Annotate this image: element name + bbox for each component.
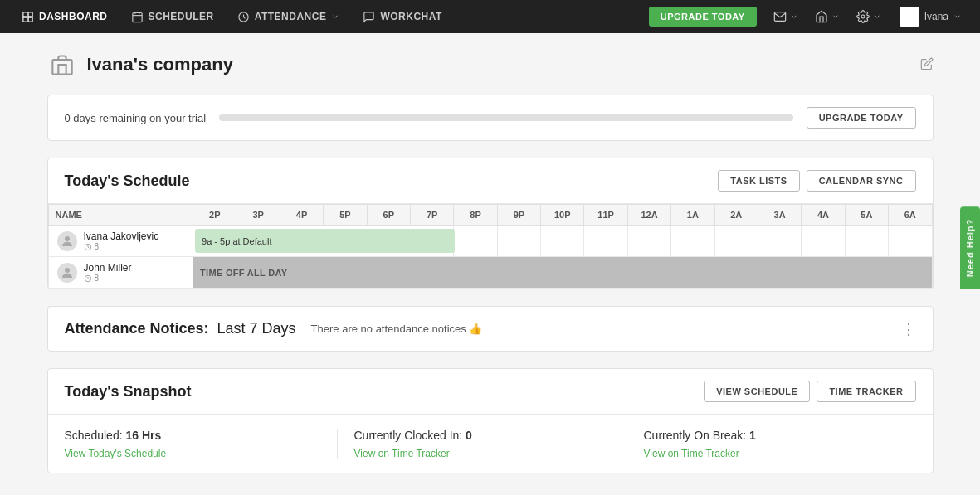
- snapshot-item-scheduled: Scheduled: 16 Hrs View Today's Schedule: [65, 429, 338, 459]
- clocked-in-stat: Currently Clocked In: 0: [354, 429, 610, 442]
- nav-attendance[interactable]: ATTENDANCE: [226, 0, 352, 33]
- shift-cell: 9a - 5p at Default: [193, 226, 454, 257]
- shift-block: 9a - 5p at Default: [195, 229, 455, 253]
- col-3p: 3P: [236, 205, 280, 226]
- company-icon: [47, 50, 77, 80]
- empty-cell: [714, 226, 758, 257]
- empty-cell: [758, 226, 801, 257]
- snapshot-header: Today's Snapshot VIEW SCHEDULE TIME TRAC…: [48, 369, 933, 415]
- snapshot-item-clocked-in: Currently Clocked In: 0 View on Time Tra…: [338, 429, 627, 459]
- svg-point-9: [861, 15, 865, 18]
- view-schedule-link[interactable]: View Today's Schedule: [65, 448, 167, 459]
- employee-meta: 8: [84, 274, 132, 283]
- edit-company-button[interactable]: [920, 57, 934, 73]
- col-name: NAME: [48, 205, 193, 226]
- employee-name: John Miller: [84, 262, 132, 274]
- svg-rect-10: [52, 60, 71, 75]
- col-5p: 5P: [324, 205, 367, 226]
- col-4a: 4A: [802, 205, 845, 226]
- attendance-notice: There are no attendance notices 👍: [311, 323, 483, 335]
- nav-dashboard[interactable]: DASHBOARD: [10, 0, 119, 33]
- main-content: Ivana's company 0 days remaining on your…: [34, 33, 947, 495]
- schedule-table-scroll[interactable]: NAME 2P 3P 4P 5P 6P 7P 8P 9P 10P 11P 12A…: [48, 204, 933, 289]
- col-8p: 8P: [454, 205, 497, 226]
- empty-cell: [627, 226, 670, 257]
- store-button[interactable]: [808, 0, 846, 33]
- col-11p: 11P: [584, 205, 627, 226]
- on-break-link[interactable]: View on Time Tracker: [644, 448, 739, 459]
- svg-point-11: [65, 236, 70, 241]
- snapshot-stats: Scheduled: 16 Hrs View Today's Schedule …: [48, 415, 933, 473]
- trial-text: 0 days remaining on your trial: [65, 112, 207, 124]
- employee-name: Ivana Jakovljevic: [84, 231, 159, 242]
- table-row: John Miller 8 TIME OFF ALL DAY: [48, 257, 932, 289]
- col-4p: 4P: [280, 205, 323, 226]
- col-3a: 3A: [758, 205, 801, 226]
- empty-cell: [541, 226, 584, 257]
- time-tracker-button[interactable]: TIME TRACKER: [817, 381, 915, 402]
- employee-meta: 8: [84, 242, 159, 251]
- empty-cell: [497, 226, 540, 257]
- col-7p: 7P: [410, 205, 453, 226]
- col-9p: 9P: [497, 205, 540, 226]
- snapshot-card: Today's Snapshot VIEW SCHEDULE TIME TRAC…: [47, 368, 934, 473]
- col-6p: 6P: [367, 205, 410, 226]
- task-lists-button[interactable]: TASK LISTS: [718, 170, 799, 192]
- trial-progress-inner: [219, 114, 793, 121]
- user-avatar: [900, 7, 919, 27]
- schedule-table: NAME 2P 3P 4P 5P 6P 7P 8P 9P 10P 11P 12A…: [48, 204, 933, 289]
- attendance-card: Attendance Notices: Last 7 Days There ar…: [47, 306, 934, 352]
- need-help-button[interactable]: Need Help?: [960, 206, 980, 289]
- snapshot-title: Today's Snapshot: [65, 383, 192, 400]
- snapshot-actions: VIEW SCHEDULE TIME TRACKER: [704, 381, 915, 402]
- attendance-subtitle: Last 7 Days: [217, 320, 296, 337]
- schedule-title: Today's Schedule: [65, 172, 190, 190]
- empty-cell: [454, 226, 497, 257]
- svg-point-13: [65, 268, 70, 273]
- attendance-more-button[interactable]: ⋮: [901, 322, 916, 337]
- empty-cell: [802, 226, 845, 257]
- messages-button[interactable]: [767, 0, 805, 33]
- clocked-in-link[interactable]: View on Time Tracker: [354, 448, 450, 459]
- scheduled-stat: Scheduled: 16 Hrs: [65, 429, 320, 442]
- svg-rect-4: [132, 12, 141, 22]
- table-row: Ivana Jakovljevic 8 9a - 5p at Default: [48, 226, 932, 257]
- attendance-title: Attendance Notices:: [65, 320, 209, 337]
- col-6a: 6A: [889, 205, 932, 226]
- schedule-card-header: Today's Schedule TASK LISTS CALENDAR SYN…: [48, 158, 933, 204]
- schedule-card: Today's Schedule TASK LISTS CALENDAR SYN…: [47, 158, 934, 289]
- company-name: Ivana's company: [87, 54, 233, 75]
- schedule-actions: TASK LISTS CALENDAR SYNC: [718, 170, 915, 192]
- company-header: Ivana's company: [47, 50, 934, 80]
- col-10p: 10P: [541, 205, 584, 226]
- employee-name-cell: Ivana Jakovljevic 8: [48, 226, 193, 257]
- svg-rect-1: [28, 12, 32, 16]
- attendance-header: Attendance Notices: Last 7 Days There ar…: [48, 307, 933, 351]
- settings-button[interactable]: [850, 0, 888, 33]
- user-menu[interactable]: Ivana: [891, 0, 970, 33]
- trial-upgrade-button[interactable]: UPGRADE TODAY: [807, 107, 916, 129]
- employee-name-cell: John Miller 8: [48, 257, 193, 289]
- empty-cell: [889, 226, 932, 257]
- col-5a: 5A: [845, 205, 888, 226]
- time-off-block: TIME OFF ALL DAY: [193, 257, 931, 288]
- upgrade-button[interactable]: UPGRADE TODAY: [649, 7, 757, 27]
- trial-progress-bar: [219, 114, 793, 121]
- nav-scheduler[interactable]: SCHEDULER: [119, 0, 226, 33]
- col-2a: 2A: [714, 205, 758, 226]
- avatar: [57, 263, 77, 283]
- svg-rect-3: [28, 17, 32, 22]
- nav-workchat[interactable]: WORKCHAT: [351, 0, 453, 33]
- top-nav: DASHBOARD SCHEDULER ATTENDANCE WORKCHAT …: [0, 0, 980, 33]
- on-break-stat: Currently On Break: 1: [644, 429, 900, 442]
- empty-cell: [584, 226, 627, 257]
- col-12a: 12A: [627, 205, 670, 226]
- col-2p: 2P: [193, 205, 236, 226]
- calendar-sync-button[interactable]: CALENDAR SYNC: [807, 170, 916, 192]
- avatar: [57, 231, 77, 251]
- empty-cell: [671, 226, 714, 257]
- svg-rect-0: [23, 12, 27, 16]
- svg-rect-2: [23, 17, 27, 22]
- view-schedule-button[interactable]: VIEW SCHEDULE: [704, 381, 810, 402]
- empty-cell: [845, 226, 888, 257]
